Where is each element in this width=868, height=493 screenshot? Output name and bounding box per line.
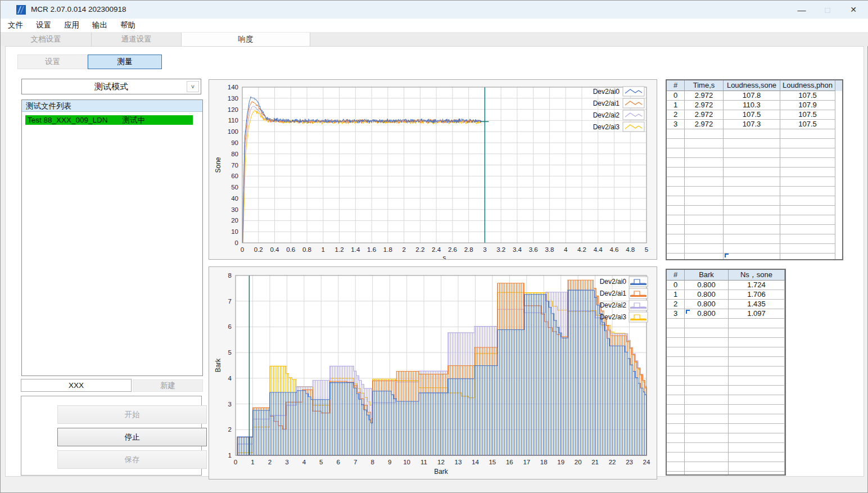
close-button[interactable]: ✕ — [840, 1, 866, 19]
table-cell[interactable] — [780, 187, 835, 196]
table-row[interactable]: 02.972107.8107.5 — [667, 91, 842, 101]
table-cell[interactable] — [685, 462, 729, 472]
table-row[interactable] — [667, 168, 842, 177]
test-file-item[interactable]: Test 88_XXX_009_LDN 测试中 — [25, 115, 193, 125]
table-cell[interactable]: 107.5 — [780, 91, 835, 101]
table-cell[interactable] — [729, 424, 785, 433]
table-row[interactable] — [667, 196, 842, 206]
stop-button[interactable]: 停止 — [57, 428, 207, 446]
table-cell[interactable] — [729, 405, 785, 414]
table-row[interactable] — [667, 234, 842, 244]
table-cell[interactable] — [724, 187, 780, 196]
table-cell[interactable] — [729, 319, 785, 328]
table-cell[interactable] — [724, 234, 780, 244]
table-cell[interactable] — [667, 129, 685, 139]
table-cell[interactable] — [724, 196, 780, 206]
table-row[interactable]: 12.972110.3107.9 — [667, 101, 842, 110]
table-row[interactable] — [667, 367, 785, 376]
table-cell[interactable]: 0.800 — [685, 309, 729, 319]
table-row[interactable] — [667, 443, 785, 453]
table-row[interactable]: 32.972107.3107.5 — [667, 120, 842, 129]
table-cell[interactable] — [729, 395, 785, 405]
table-cell[interactable] — [667, 462, 685, 472]
table-cell[interactable] — [667, 424, 685, 433]
subtab-settings[interactable]: 设置 — [17, 55, 88, 69]
tab-channel-settings[interactable]: 通道设置 — [92, 33, 182, 46]
table-cell[interactable] — [724, 139, 780, 148]
table-row[interactable] — [667, 225, 842, 234]
table-cell[interactable] — [685, 225, 724, 234]
maximize-button[interactable]: □ — [815, 1, 840, 19]
table-cell[interactable] — [667, 187, 685, 196]
table-row[interactable]: 30.8001.097 — [667, 309, 785, 319]
table-cell[interactable] — [667, 453, 685, 462]
table-cell[interactable]: 0.800 — [685, 281, 729, 290]
table-cell[interactable]: 2 — [667, 300, 685, 309]
table-cell[interactable]: 107.3 — [724, 120, 780, 129]
table-cell[interactable]: 1.724 — [729, 281, 785, 290]
table-cell[interactable] — [685, 443, 729, 453]
table-cell[interactable]: 1.435 — [729, 300, 785, 309]
table-row[interactable] — [667, 148, 842, 158]
table-cell[interactable] — [685, 472, 729, 476]
column-header[interactable]: Time,s — [685, 80, 724, 91]
table-cell[interactable] — [724, 254, 780, 260]
menu-settings[interactable]: 设置 — [30, 20, 57, 30]
subtab-measure[interactable]: 测量 — [88, 55, 162, 69]
table-row[interactable] — [667, 395, 785, 405]
table-cell[interactable]: 2 — [667, 110, 685, 120]
table-cell[interactable] — [685, 187, 724, 196]
table-cell[interactable] — [667, 206, 685, 215]
table-cell[interactable] — [724, 148, 780, 158]
table-cell[interactable] — [667, 158, 685, 168]
table-cell[interactable] — [667, 367, 685, 376]
table-cell[interactable] — [729, 338, 785, 347]
new-button[interactable]: 新建 — [133, 379, 203, 392]
table-cell[interactable]: 107.8 — [724, 91, 780, 101]
table-cell[interactable] — [685, 168, 724, 177]
column-header[interactable]: # — [667, 80, 685, 91]
menu-help[interactable]: 帮助 — [115, 20, 141, 30]
table-cell[interactable] — [729, 386, 785, 395]
table-cell[interactable]: 2.972 — [685, 120, 724, 129]
table-row[interactable] — [667, 206, 842, 215]
column-header[interactable]: Loudness,sone — [724, 80, 780, 91]
table-cell[interactable] — [685, 424, 729, 433]
legend-label[interactable]: Dev2/ai0 — [600, 278, 627, 286]
table-cell[interactable] — [729, 376, 785, 386]
test-mode-dropdown[interactable]: 测试模式 ˅ — [21, 79, 201, 94]
table-cell[interactable] — [729, 328, 785, 338]
table-cell[interactable] — [667, 386, 685, 395]
table-cell[interactable]: 0.800 — [685, 290, 729, 300]
table-row[interactable] — [667, 424, 785, 433]
table-cell[interactable] — [667, 168, 685, 177]
table-row[interactable] — [667, 472, 785, 476]
legend-swatch-box[interactable] — [629, 312, 648, 322]
table-cell[interactable] — [685, 244, 724, 254]
legend-label[interactable]: Dev2/ai1 — [593, 99, 620, 107]
table-cell[interactable]: 2.972 — [685, 101, 724, 110]
table-cell[interactable] — [685, 129, 724, 139]
table-cell[interactable] — [685, 215, 724, 225]
table-cell[interactable]: 2.972 — [685, 110, 724, 120]
legend-label[interactable]: Dev2/ai2 — [593, 111, 620, 119]
table-row[interactable] — [667, 328, 785, 338]
table-row[interactable] — [667, 177, 842, 187]
table-cell[interactable] — [667, 338, 685, 347]
table-row[interactable] — [667, 139, 842, 148]
table-cell[interactable]: 1 — [667, 290, 685, 300]
table-cell[interactable] — [667, 328, 685, 338]
table-row[interactable] — [667, 376, 785, 386]
table-cell[interactable] — [729, 347, 785, 357]
table-cell[interactable] — [780, 158, 835, 168]
table-cell[interactable] — [685, 177, 724, 187]
table-cell[interactable] — [780, 215, 835, 225]
minimize-button[interactable]: — — [789, 1, 815, 19]
table-cell[interactable] — [780, 177, 835, 187]
table-cell[interactable] — [685, 206, 724, 215]
table-cell[interactable] — [724, 244, 780, 254]
table-cell[interactable] — [724, 177, 780, 187]
table-cell[interactable]: 0 — [667, 91, 685, 101]
loudness-time-chart[interactable]: 010203040506070809010011012013014000.20.… — [209, 80, 657, 259]
table-cell[interactable] — [667, 347, 685, 357]
